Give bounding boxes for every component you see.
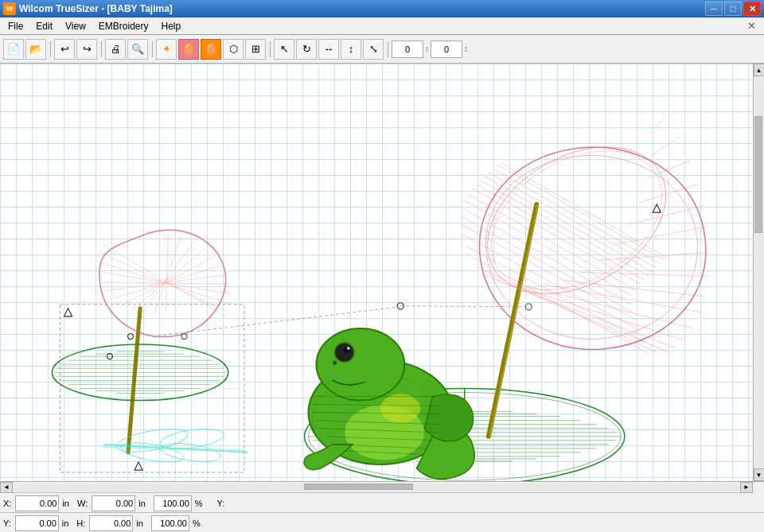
svg-line-75 <box>121 256 215 305</box>
svg-line-27 <box>481 181 649 277</box>
svg-line-36 <box>466 246 645 342</box>
x-input[interactable] <box>15 495 59 511</box>
close-button[interactable]: ✕ <box>743 2 761 16</box>
svg-line-37 <box>471 256 647 352</box>
separator-4 <box>267 39 272 60</box>
svg-point-98 <box>115 425 189 456</box>
scroll-track-bottom[interactable] <box>14 483 739 491</box>
separator-2 <box>99 39 103 60</box>
rotate-button[interactable]: ↻ <box>296 39 317 60</box>
svg-point-86 <box>347 347 350 350</box>
scroll-right-button[interactable]: ► <box>740 482 753 493</box>
pct-h-input[interactable] <box>151 515 189 531</box>
h-unit: in <box>136 518 143 528</box>
svg-point-87 <box>333 361 337 365</box>
scrollbar-bottom[interactable]: ◄ ► <box>0 481 764 492</box>
svg-line-50 <box>647 161 690 179</box>
design-svg <box>0 64 753 481</box>
menu-edit[interactable]: Edit <box>29 19 59 33</box>
pct-w-input[interactable] <box>154 495 192 511</box>
print-button[interactable]: 🖨 <box>105 39 126 60</box>
polygon-button[interactable]: ⬡ <box>223 39 244 60</box>
scroll-up-button[interactable]: ▲ <box>754 64 765 76</box>
y-label: Y: <box>217 499 225 508</box>
toolbar-input-2[interactable] <box>431 41 462 58</box>
x-label: X: <box>3 499 11 508</box>
y-label-2: Y: <box>3 518 11 528</box>
svg-line-51 <box>650 137 679 156</box>
mirror-h-button[interactable]: ↔ <box>318 39 339 60</box>
svg-line-34 <box>462 224 637 320</box>
design-canvas <box>0 64 753 481</box>
minimize-button[interactable]: ─ <box>705 2 723 16</box>
menu-bar: File Edit View EMBroidery Help ✕ <box>0 17 764 35</box>
svg-line-79 <box>166 234 168 311</box>
svg-line-116 <box>400 306 528 307</box>
svg-line-76 <box>131 248 205 310</box>
menu-help[interactable]: Help <box>155 19 188 33</box>
h-input[interactable] <box>89 515 133 531</box>
svg-point-108 <box>181 333 187 339</box>
restore-button[interactable]: □ <box>724 2 742 16</box>
svg-line-24 <box>497 165 665 261</box>
scrollbar-right[interactable]: ▲ ▼ <box>753 64 764 481</box>
w-input[interactable] <box>92 495 135 511</box>
scroll-thumb-right[interactable] <box>754 116 762 233</box>
undo-button[interactable]: ↩ <box>54 39 75 60</box>
title-bar-left: W Wilcom TrueSizer - [BABY Tajima] <box>3 2 173 15</box>
toolbar-input-1-icon: ↕ <box>425 45 429 53</box>
svg-point-84 <box>335 343 354 362</box>
svg-line-23 <box>493 169 661 265</box>
separator-5 <box>385 39 390 60</box>
svg-line-49 <box>639 184 698 203</box>
star-button[interactable]: ✦ <box>156 39 177 60</box>
w-unit: in <box>138 499 146 508</box>
svg-line-31 <box>465 200 633 297</box>
menu-view[interactable]: View <box>59 19 92 33</box>
redo-button[interactable]: ↪ <box>76 39 97 60</box>
svg-line-46 <box>599 252 709 260</box>
pct-h-sym: % <box>193 518 201 528</box>
svg-line-52 <box>649 118 665 134</box>
main-area: ▲ ▼ ◄ ► <box>0 64 764 492</box>
oval-orange-button[interactable]: 🥚 <box>201 39 221 60</box>
svg-point-88 <box>380 394 420 422</box>
open-button[interactable]: 📂 <box>25 39 46 60</box>
separator-1 <box>48 39 53 60</box>
toolbar-input-2-icon: ↕ <box>464 45 468 53</box>
svg-point-101 <box>159 441 222 465</box>
x-unit: in <box>62 499 69 508</box>
menu-close-button[interactable]: ✕ <box>747 20 762 32</box>
menu-embroidery[interactable]: EMBroidery <box>92 19 155 33</box>
title-bar: W Wilcom TrueSizer - [BABY Tajima] ─ □ ✕ <box>0 0 764 17</box>
coord-bar: X: in W: in % Y: <box>0 492 764 513</box>
w-label: W: <box>77 499 88 508</box>
svg-point-107 <box>128 333 134 339</box>
svg-line-48 <box>629 206 704 224</box>
scroll-down-button[interactable]: ▼ <box>754 468 765 481</box>
new-button[interactable]: 📄 <box>3 39 24 60</box>
svg-line-40 <box>497 281 676 349</box>
svg-line-73 <box>106 275 227 291</box>
scroll-thumb-bottom[interactable] <box>304 483 413 490</box>
toolbar: 📄 📂 ↩ ↪ 🖨 🔍 ✦ 🥚 🥚 ⬡ ⊞ ↖ ↻ ↔ ↕ ⤡ ↕ ↕ <box>0 35 764 64</box>
y-unit: in <box>62 518 69 528</box>
canvas-container[interactable] <box>0 64 753 481</box>
oval-pink-button[interactable]: 🥚 <box>178 39 199 60</box>
svg-point-83 <box>317 328 405 401</box>
svg-marker-109 <box>134 462 142 470</box>
y-input[interactable] <box>15 515 59 531</box>
menu-file[interactable]: File <box>2 19 29 33</box>
grid-button[interactable]: ⊞ <box>245 39 266 60</box>
scroll-track-right[interactable] <box>754 77 764 468</box>
title-buttons: ─ □ ✕ <box>705 2 761 16</box>
select-button[interactable]: ↖ <box>274 39 294 60</box>
h-label: H: <box>76 518 85 528</box>
mirror-v-button[interactable]: ↕ <box>341 39 361 60</box>
svg-line-43 <box>544 285 700 313</box>
toolbar-input-1[interactable] <box>392 41 423 58</box>
scale-button[interactable]: ⤡ <box>363 39 384 60</box>
preview-button[interactable]: 🔍 <box>127 39 148 60</box>
scroll-left-button[interactable]: ◄ <box>0 482 13 493</box>
scroll-corner <box>753 482 764 493</box>
